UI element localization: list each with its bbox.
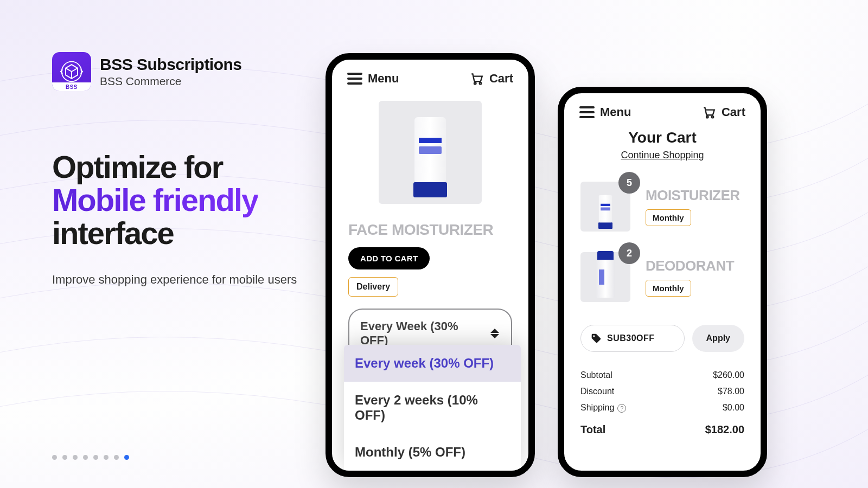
continue-shopping-link[interactable]: Continue Shopping bbox=[580, 150, 744, 161]
menu-button[interactable]: Menu bbox=[347, 72, 399, 86]
brand-subtitle: BSS Commerce bbox=[100, 75, 242, 88]
phone-mockup-product: Menu Cart FACE MOISTURIZER ADD TO CART D… bbox=[326, 53, 535, 477]
svg-point-4 bbox=[480, 82, 481, 84]
shipping-value: $0.00 bbox=[723, 403, 744, 413]
frequency-option[interactable]: Every 2 weeks (10% OFF) bbox=[344, 382, 521, 434]
cart-heading: Your Cart bbox=[580, 129, 744, 146]
frequency-select-value: Every Week (30% OFF) bbox=[360, 319, 458, 347]
carousel-dot[interactable] bbox=[104, 455, 108, 460]
cart-icon bbox=[470, 72, 484, 86]
brand-header: BSS BSS Subscriptions BSS Commerce bbox=[52, 52, 312, 91]
hero-line3: interface bbox=[52, 215, 174, 251]
brand-badge: BSS bbox=[52, 82, 91, 91]
discount-label: Discount bbox=[580, 387, 614, 396]
frequency-option[interactable]: Every week (30% OFF) bbox=[344, 345, 521, 382]
total-label: Total bbox=[580, 423, 605, 436]
carousel-dot[interactable] bbox=[83, 455, 88, 460]
brand-icon: BSS bbox=[52, 52, 91, 91]
promo-code: SUB30OFF bbox=[607, 333, 655, 343]
cart-item-name: MOISTURIZER bbox=[646, 187, 740, 204]
phone-mockup-cart: Menu Cart Your Cart Continue Shopping 5 … bbox=[558, 87, 767, 477]
cart-label: Cart bbox=[722, 105, 745, 119]
carousel-dots[interactable] bbox=[52, 455, 129, 460]
cart-item-tag: Monthly bbox=[646, 209, 691, 226]
menu-button[interactable]: Menu bbox=[579, 105, 631, 119]
subtotal-label: Subtotal bbox=[580, 370, 612, 380]
cart-button[interactable]: Cart bbox=[470, 72, 513, 86]
svg-point-5 bbox=[706, 116, 708, 118]
hamburger-icon bbox=[579, 106, 595, 118]
carousel-dot[interactable] bbox=[114, 455, 119, 460]
product-title: FACE MOISTURIZER bbox=[348, 221, 512, 239]
cart-item-name: DEODORANT bbox=[646, 258, 734, 274]
menu-label: Menu bbox=[368, 72, 399, 86]
cart-item: 2 DEODORANT Monthly bbox=[580, 252, 744, 302]
subtotal-value: $260.00 bbox=[713, 370, 744, 380]
cart-label: Cart bbox=[489, 72, 513, 86]
carousel-dot[interactable] bbox=[52, 455, 57, 460]
brand-title: BSS Subscriptions bbox=[100, 55, 242, 74]
add-to-cart-button[interactable]: ADD TO CART bbox=[348, 247, 430, 269]
shipping-label: Shipping bbox=[580, 403, 614, 412]
qty-badge: 2 bbox=[618, 242, 640, 264]
product-image bbox=[379, 101, 482, 204]
cart-item: 5 MOISTURIZER Monthly bbox=[580, 182, 744, 232]
svg-point-3 bbox=[474, 82, 476, 84]
carousel-dot[interactable] bbox=[62, 455, 67, 460]
cart-button[interactable]: Cart bbox=[702, 105, 745, 119]
discount-value: $78.00 bbox=[718, 387, 744, 396]
promo-input[interactable]: SUB30OFF bbox=[580, 325, 685, 352]
carousel-dot[interactable] bbox=[73, 455, 78, 460]
frequency-dropdown: Every week (30% OFF)Every 2 weeks (10% O… bbox=[344, 345, 521, 471]
delivery-tag: Delivery bbox=[348, 277, 398, 297]
cart-item-tag: Monthly bbox=[646, 280, 691, 297]
menu-label: Menu bbox=[600, 105, 631, 119]
carousel-dot[interactable] bbox=[93, 455, 98, 460]
qty-badge: 5 bbox=[618, 172, 640, 194]
cart-icon bbox=[702, 105, 716, 119]
tag-icon bbox=[591, 333, 602, 344]
order-summary: Subtotal$260.00 Discount$78.00 Shipping?… bbox=[580, 367, 744, 439]
hero-accent: Mobile friendly bbox=[52, 182, 258, 217]
stepper-arrows-icon bbox=[490, 329, 499, 338]
hero-sub: Improve shopping experience for mobile u… bbox=[52, 272, 312, 288]
carousel-dot[interactable] bbox=[124, 455, 129, 460]
hamburger-icon bbox=[347, 73, 362, 85]
frequency-option[interactable]: Monthly (5% OFF) bbox=[344, 434, 521, 471]
total-value: $182.00 bbox=[705, 423, 744, 436]
help-icon[interactable]: ? bbox=[617, 404, 626, 413]
hero-line1: Optimize for bbox=[52, 149, 222, 184]
svg-point-6 bbox=[712, 116, 713, 118]
hero-heading: Optimize for Mobile friendly interface I… bbox=[52, 151, 312, 288]
apply-button[interactable]: Apply bbox=[692, 325, 744, 352]
